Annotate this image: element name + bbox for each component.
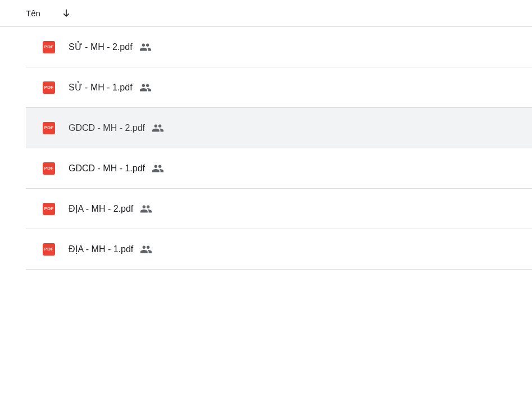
shared-icon xyxy=(139,81,152,94)
file-row[interactable]: PDF GDCD - MH - 1.pdf xyxy=(26,148,532,189)
file-name: SỬ - MH - 1.pdf xyxy=(69,82,133,93)
file-row[interactable]: PDF ĐỊA - MH - 1.pdf xyxy=(26,229,532,270)
shared-icon xyxy=(140,203,152,215)
file-name: ĐỊA - MH - 2.pdf xyxy=(69,203,133,214)
file-row[interactable]: PDF SỬ - MH - 2.pdf xyxy=(26,27,532,67)
file-name: GDCD - MH - 1.pdf xyxy=(69,163,145,174)
file-row[interactable]: PDF ĐỊA - MH - 2.pdf xyxy=(26,189,532,229)
pdf-icon: PDF xyxy=(43,243,55,256)
file-name: ĐỊA - MH - 1.pdf xyxy=(69,244,133,254)
shared-icon xyxy=(152,122,164,134)
pdf-icon: PDF xyxy=(43,203,55,215)
column-header-row: Tên xyxy=(0,0,532,27)
file-name: SỬ - MH - 2.pdf xyxy=(69,42,133,52)
file-list-container: Tên PDF SỬ - MH - 2.pdf PDF SỬ - MH - 1.… xyxy=(0,0,532,419)
pdf-icon: PDF xyxy=(43,162,55,175)
file-list: PDF SỬ - MH - 2.pdf PDF SỬ - MH - 1.pdf xyxy=(0,27,532,270)
shared-icon xyxy=(140,243,152,256)
column-header-name[interactable]: Tên xyxy=(26,8,40,18)
arrow-down-icon[interactable] xyxy=(61,8,72,19)
pdf-icon: PDF xyxy=(43,81,55,94)
file-row[interactable]: PDF GDCD - MH - 2.pdf xyxy=(26,108,532,148)
file-name: GDCD - MH - 2.pdf xyxy=(69,123,145,133)
shared-icon xyxy=(139,41,152,53)
pdf-icon: PDF xyxy=(43,41,55,53)
file-row[interactable]: PDF SỬ - MH - 1.pdf xyxy=(26,67,532,108)
shared-icon xyxy=(152,162,164,175)
pdf-icon: PDF xyxy=(43,122,55,134)
